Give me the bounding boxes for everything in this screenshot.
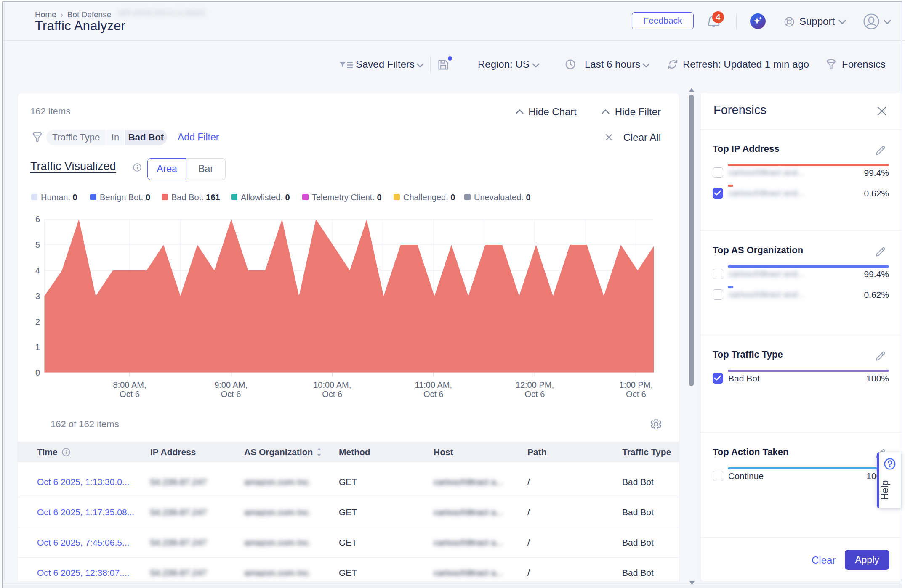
svg-text:Oct 6: Oct 6 <box>221 389 241 399</box>
svg-text:3: 3 <box>35 291 40 301</box>
svg-text:1:00 PM,: 1:00 PM, <box>619 380 653 389</box>
svg-text:Oct 6: Oct 6 <box>525 389 545 399</box>
svg-text:Oct 6: Oct 6 <box>423 389 444 399</box>
svg-text:5: 5 <box>35 240 40 249</box>
svg-text:4: 4 <box>35 266 40 275</box>
svg-text:Oct 6: Oct 6 <box>626 389 646 399</box>
svg-text:6: 6 <box>35 215 40 224</box>
svg-text:12:00 PM,: 12:00 PM, <box>516 380 554 389</box>
svg-text:Oct 6: Oct 6 <box>120 389 140 399</box>
svg-text:0: 0 <box>35 368 40 377</box>
svg-text:2: 2 <box>35 317 40 326</box>
svg-text:9:00 AM,: 9:00 AM, <box>214 380 248 389</box>
svg-text:8:00 AM,: 8:00 AM, <box>113 380 146 389</box>
svg-text:Oct 6: Oct 6 <box>322 389 342 399</box>
svg-text:11:00 AM,: 11:00 AM, <box>415 380 452 389</box>
svg-text:10:00 AM,: 10:00 AM, <box>313 380 351 389</box>
svg-text:1: 1 <box>35 342 40 352</box>
